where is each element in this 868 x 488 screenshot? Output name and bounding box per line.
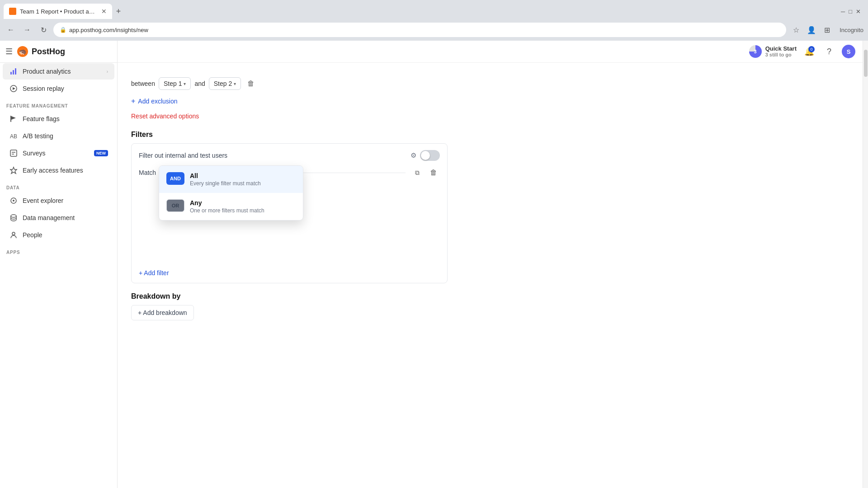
sidebar: ☰ 🦔 PostHog Product analytics › S	[0, 41, 118, 488]
add-filter-button[interactable]: + Add filter	[139, 269, 440, 277]
quick-start-label: Quick Start	[765, 45, 797, 52]
forward-button[interactable]: →	[21, 23, 33, 36]
data-section: DATA	[0, 179, 117, 192]
dropdown-all-title: All	[190, 172, 296, 179]
quick-start-number: 3	[754, 49, 757, 54]
sidebar-item-data-management[interactable]: Data management	[3, 210, 114, 226]
address-bar[interactable]: 🔒 app.posthog.com/insights/new	[53, 23, 786, 37]
toggle-knob	[421, 151, 430, 160]
early-access-icon	[9, 166, 18, 175]
sidebar-item-feature-flags[interactable]: Feature flags	[3, 111, 114, 127]
dropdown-all-desc: Every single filter must match	[190, 180, 296, 187]
feature-flags-icon	[9, 114, 18, 123]
sidebar-item-surveys[interactable]: Surveys NEW	[3, 145, 114, 161]
sidebar-item-product-analytics[interactable]: Product analytics ›	[3, 63, 114, 80]
between-row: between Step 1 ▾ and Step 2 ▾ 🗑	[131, 72, 448, 94]
step2-label: Step 2	[214, 80, 232, 87]
profile-icon[interactable]: 👤	[805, 23, 818, 36]
add-breakdown-button[interactable]: + Add breakdown	[131, 305, 194, 320]
back-button[interactable]: ←	[5, 23, 17, 36]
delete-filter-button[interactable]: 🗑	[427, 166, 440, 179]
session-replay-icon	[9, 84, 18, 93]
apps-section: APPS	[0, 244, 117, 257]
svg-point-15	[13, 200, 14, 202]
quick-start[interactable]: 3 Quick Start 3 still to go	[749, 45, 797, 58]
event-explorer-label: Event explorer	[23, 197, 108, 204]
product-analytics-label: Product analytics	[23, 68, 102, 75]
ab-testing-label: A/B testing	[23, 132, 108, 140]
extensions-icon[interactable]: ⊞	[821, 23, 833, 36]
add-filter-label: + Add filter	[139, 269, 169, 277]
close-window-button[interactable]: ✕	[856, 8, 861, 15]
svg-marker-6	[13, 87, 15, 90]
session-replay-label: Session replay	[23, 85, 108, 92]
quick-start-sublabel: 3 still to go	[765, 52, 797, 58]
quick-start-circle: 3	[749, 45, 762, 58]
main-content: 3 Quick Start 3 still to go 🔔 0 ? S	[118, 41, 863, 488]
reset-advanced-options[interactable]: Reset advanced options	[131, 109, 199, 123]
match-label: Match	[139, 169, 156, 176]
tab-close-button[interactable]: ✕	[101, 8, 107, 15]
dropdown-item-all[interactable]: AND All Every single filter must match	[159, 166, 303, 193]
and-label: and	[194, 80, 205, 87]
browser-tab[interactable]: Team 1 Report • Product analytic ✕	[4, 4, 112, 19]
people-label: People	[23, 231, 108, 239]
add-exclusion-button[interactable]: + Add exclusion	[131, 94, 448, 109]
tab-favicon	[9, 8, 16, 15]
match-dropdown: AND All Every single filter must match O…	[159, 165, 303, 221]
sidebar-item-people[interactable]: People	[3, 227, 114, 243]
dropdown-item-any[interactable]: OR Any One or more filters must match	[159, 193, 303, 220]
minimize-button[interactable]: ─	[841, 8, 845, 15]
add-breakdown-label: + Add breakdown	[138, 309, 187, 316]
and-badge: AND	[166, 172, 184, 185]
maximize-button[interactable]: □	[849, 8, 852, 15]
svg-rect-7	[10, 116, 11, 122]
dropdown-any-content: Any One or more filters must match	[190, 199, 296, 214]
step1-label: Step 1	[164, 80, 182, 87]
step2-select[interactable]: Step 2 ▾	[209, 77, 241, 90]
sidebar-item-event-explorer[interactable]: Event explorer	[3, 192, 114, 209]
surveys-label: Surveys	[23, 150, 90, 157]
user-avatar[interactable]: S	[842, 45, 855, 58]
new-tab-button[interactable]: +	[112, 5, 125, 18]
breakdown-title: Breakdown by	[131, 292, 448, 300]
ab-testing-icon: AB	[9, 131, 18, 141]
help-button[interactable]: ?	[822, 44, 836, 59]
filter-toggle[interactable]	[420, 150, 440, 161]
notification-badge: 0	[808, 46, 815, 52]
data-management-label: Data management	[23, 214, 108, 221]
data-management-icon	[9, 213, 18, 222]
dropdown-any-title: Any	[190, 199, 296, 206]
step1-select[interactable]: Step 1 ▾	[159, 77, 191, 90]
people-icon	[9, 230, 18, 239]
logo-text: PostHog	[32, 47, 65, 56]
svg-marker-8	[11, 116, 16, 120]
filter-out-label: Filter out internal and test users	[139, 152, 407, 159]
refresh-button[interactable]: ↻	[37, 23, 50, 36]
sidebar-item-ab-testing[interactable]: AB A/B testing	[3, 128, 114, 144]
svg-point-16	[11, 215, 16, 217]
add-exclusion-label: Add exclusion	[138, 98, 177, 105]
delete-step-button[interactable]: 🗑	[245, 77, 257, 90]
filter-gear-icon[interactable]: ⚙	[410, 151, 416, 160]
step1-caret: ▾	[184, 81, 186, 86]
feature-flags-label: Feature flags	[23, 115, 108, 122]
hamburger-menu[interactable]: ☰	[5, 47, 13, 56]
svg-point-17	[12, 232, 15, 235]
bookmark-icon[interactable]: ☆	[790, 23, 802, 36]
notifications-button[interactable]: 🔔 0	[802, 44, 816, 59]
plus-icon: +	[131, 97, 135, 105]
sidebar-item-early-access[interactable]: Early access features	[3, 162, 114, 178]
event-explorer-icon	[9, 196, 18, 205]
surveys-icon	[9, 149, 18, 158]
svg-rect-3	[13, 70, 14, 75]
dropdown-any-desc: One or more filters must match	[190, 207, 296, 214]
svg-text:AB: AB	[10, 133, 17, 140]
product-analytics-icon	[9, 67, 18, 76]
copy-button[interactable]: ⧉	[411, 166, 424, 179]
svg-marker-13	[10, 167, 17, 174]
and-badge-label: AND	[170, 176, 181, 181]
sidebar-item-session-replay[interactable]: Session replay	[3, 80, 114, 97]
posthog-logo: 🦔 PostHog	[16, 45, 65, 58]
lock-icon: 🔒	[60, 27, 66, 33]
